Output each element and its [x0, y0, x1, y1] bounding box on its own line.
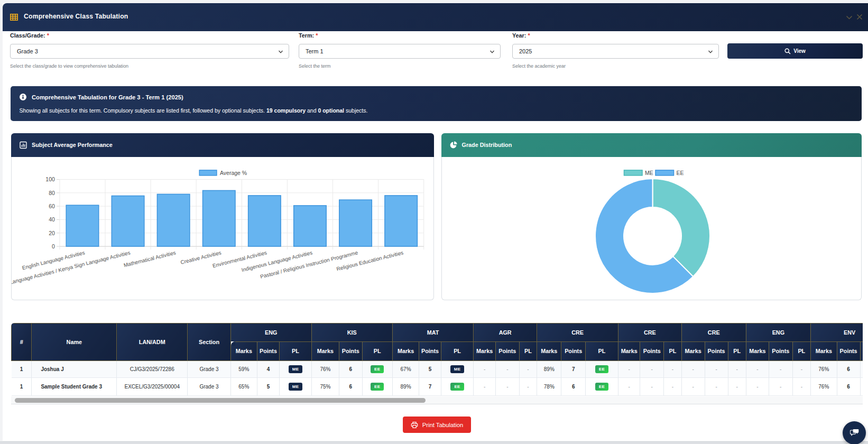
- svg-text:20: 20: [49, 229, 55, 236]
- svg-text:60: 60: [49, 202, 55, 209]
- svg-text:EE: EE: [676, 169, 684, 175]
- svg-text:ME: ME: [645, 169, 653, 175]
- svg-text:0: 0: [52, 243, 55, 249]
- svg-text:Average %: Average %: [220, 169, 247, 175]
- svg-text:40: 40: [49, 216, 55, 223]
- svg-text:Mathematical Activities: Mathematical Activities: [123, 249, 177, 268]
- svg-text:80: 80: [49, 189, 55, 196]
- svg-text:100: 100: [45, 176, 55, 182]
